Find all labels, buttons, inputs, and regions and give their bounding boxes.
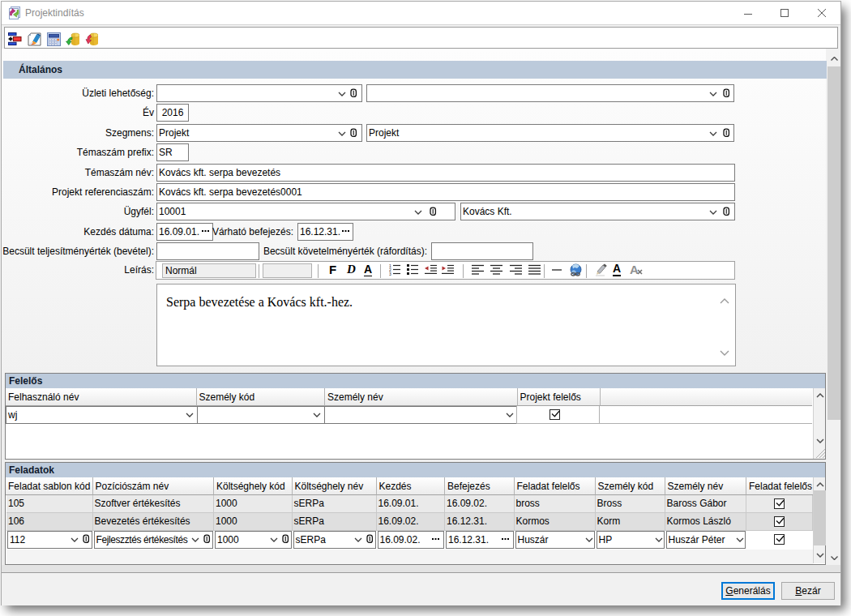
- svg-text:A: A: [630, 263, 639, 276]
- svg-text:3: 3: [389, 272, 391, 276]
